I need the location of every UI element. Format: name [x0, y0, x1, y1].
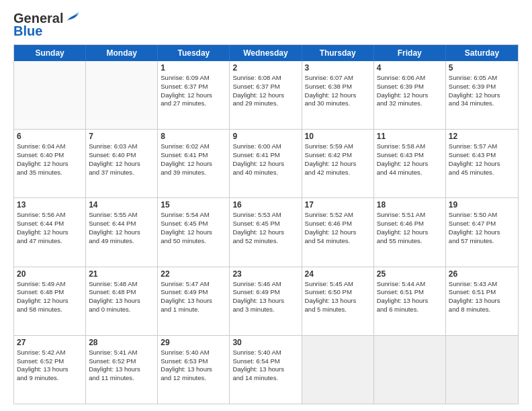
day-number: 8 [161, 132, 226, 141]
cell-info-line: Sunrise: 5:58 AM [377, 142, 443, 151]
cell-info-line: Daylight: 12 hours [232, 228, 298, 237]
day-number: 6 [17, 132, 83, 141]
calendar-cell-empty [86, 61, 158, 129]
cell-info-line: and 9 minutes. [17, 374, 83, 383]
calendar-cell-3: 3Sunrise: 6:07 AMSunset: 6:38 PMDaylight… [302, 61, 374, 129]
cell-info-line: and 44 minutes. [377, 169, 443, 177]
calendar-row-3: 13Sunrise: 5:56 AMSunset: 6:44 PMDayligh… [14, 197, 518, 266]
cell-info-line: Sunset: 6:45 PM [161, 220, 226, 228]
day-number: 11 [377, 132, 443, 141]
cell-info-line: Sunrise: 5:55 AM [89, 211, 154, 220]
calendar-cell-19: 19Sunrise: 5:50 AMSunset: 6:47 PMDayligh… [446, 198, 518, 266]
cell-info-line: and 27 minutes. [161, 99, 226, 108]
day-number: 25 [377, 269, 443, 279]
cell-info-line: Daylight: 12 hours [305, 91, 371, 100]
cell-info-line: Sunrise: 5:44 AM [377, 280, 443, 289]
cell-info-line: Sunset: 6:39 PM [377, 83, 443, 91]
cell-info-line: Daylight: 13 hours [232, 297, 298, 306]
cell-info-line: Sunrise: 5:51 AM [377, 211, 443, 220]
calendar-cell-29: 29Sunrise: 5:40 AMSunset: 6:53 PMDayligh… [158, 336, 230, 404]
day-number: 28 [89, 338, 154, 347]
cell-info-line: Sunset: 6:44 PM [17, 220, 83, 228]
cell-info-line: and 42 minutes. [305, 169, 371, 177]
cell-info-line: Sunrise: 5:59 AM [305, 142, 371, 151]
calendar-cell-15: 15Sunrise: 5:54 AMSunset: 6:45 PMDayligh… [158, 198, 230, 266]
calendar-cell-23: 23Sunrise: 5:46 AMSunset: 6:49 PMDayligh… [230, 267, 302, 335]
cell-info-line: Sunrise: 6:04 AM [17, 142, 83, 151]
calendar-row-5: 27Sunrise: 5:42 AMSunset: 6:52 PMDayligh… [14, 335, 518, 404]
calendar-row-2: 6Sunrise: 6:04 AMSunset: 6:40 PMDaylight… [14, 129, 518, 197]
cell-info-line: Sunset: 6:38 PM [305, 83, 371, 91]
cell-info-line: Sunset: 6:48 PM [17, 288, 83, 297]
cell-info-line: and 54 minutes. [305, 237, 371, 246]
cell-info-line: Sunset: 6:52 PM [89, 357, 154, 366]
cell-info-line: Sunrise: 5:40 AM [232, 349, 298, 357]
day-number: 12 [449, 132, 515, 141]
day-number: 22 [161, 269, 226, 279]
logo-blue: Blue [13, 24, 42, 39]
cell-info-line: Sunrise: 6:09 AM [161, 74, 226, 83]
cell-info-line: Sunrise: 5:47 AM [161, 280, 226, 289]
calendar-cell-20: 20Sunrise: 5:49 AMSunset: 6:48 PMDayligh… [14, 267, 86, 335]
header: General Blue [13, 11, 519, 39]
calendar-cell-30: 30Sunrise: 5:40 AMSunset: 6:54 PMDayligh… [230, 336, 302, 404]
cell-info-line: Sunset: 6:41 PM [161, 151, 226, 160]
cell-info-line: and 0 minutes. [89, 306, 154, 314]
calendar-row-1: 1Sunrise: 6:09 AMSunset: 6:37 PMDaylight… [14, 61, 518, 129]
cell-info-line: and 5 minutes. [305, 306, 371, 314]
cell-info-line: Sunset: 6:50 PM [305, 288, 371, 297]
page: General Blue SundayMondayTuesdayWednesda… [0, 0, 532, 411]
cell-info-line: Daylight: 12 hours [305, 228, 371, 237]
cell-info-line: Sunrise: 6:03 AM [89, 142, 154, 151]
cell-info-line: Sunrise: 5:56 AM [17, 211, 83, 220]
cell-info-line: Daylight: 12 hours [17, 160, 83, 169]
day-number: 23 [232, 269, 298, 279]
cell-info-line: Sunset: 6:48 PM [89, 288, 154, 297]
calendar-cell-empty [374, 336, 446, 404]
cell-info-line: Sunrise: 5:40 AM [161, 349, 226, 357]
cell-info-line: Daylight: 13 hours [232, 365, 298, 374]
cell-info-line: Sunset: 6:43 PM [449, 151, 515, 160]
calendar-cell-27: 27Sunrise: 5:42 AMSunset: 6:52 PMDayligh… [14, 336, 86, 404]
weekday-header-tuesday: Tuesday [158, 45, 230, 61]
cell-info-line: Sunrise: 6:06 AM [377, 74, 443, 83]
weekday-header-saturday: Saturday [446, 45, 518, 61]
calendar: SundayMondayTuesdayWednesdayThursdayFrid… [13, 44, 519, 404]
cell-info-line: and 55 minutes. [377, 237, 443, 246]
calendar-cell-17: 17Sunrise: 5:52 AMSunset: 6:46 PMDayligh… [302, 198, 374, 266]
cell-info-line: Sunset: 6:47 PM [449, 220, 515, 228]
calendar-cell-2: 2Sunrise: 6:08 AMSunset: 6:37 PMDaylight… [230, 61, 302, 129]
cell-info-line: Daylight: 13 hours [377, 297, 443, 306]
day-number: 5 [449, 63, 515, 73]
cell-info-line: Sunrise: 5:43 AM [449, 280, 515, 289]
cell-info-line: Sunset: 6:43 PM [377, 151, 443, 160]
cell-info-line: Sunrise: 5:54 AM [161, 211, 226, 220]
cell-info-line: Daylight: 12 hours [232, 160, 298, 169]
calendar-header: SundayMondayTuesdayWednesdayThursdayFrid… [14, 45, 518, 61]
cell-info-line: and 47 minutes. [17, 237, 83, 246]
cell-info-line: Sunrise: 5:48 AM [89, 280, 154, 289]
cell-info-line: and 3 minutes. [232, 306, 298, 314]
cell-info-line: and 39 minutes. [161, 169, 226, 177]
calendar-cell-14: 14Sunrise: 5:55 AMSunset: 6:44 PMDayligh… [86, 198, 158, 266]
calendar-cell-10: 10Sunrise: 5:59 AMSunset: 6:42 PMDayligh… [302, 130, 374, 197]
cell-info-line: Daylight: 13 hours [161, 297, 226, 306]
calendar-cell-5: 5Sunrise: 6:05 AMSunset: 6:39 PMDaylight… [446, 61, 518, 129]
day-number: 26 [449, 269, 515, 279]
calendar-cell-18: 18Sunrise: 5:51 AMSunset: 6:46 PMDayligh… [374, 198, 446, 266]
cell-info-line: Sunset: 6:40 PM [89, 151, 154, 160]
calendar-cell-empty [302, 336, 374, 404]
day-number: 17 [305, 200, 371, 210]
cell-info-line: Daylight: 12 hours [17, 297, 83, 306]
cell-info-line: Daylight: 12 hours [161, 228, 226, 237]
day-number: 2 [232, 63, 298, 73]
cell-info-line: Sunset: 6:42 PM [305, 151, 371, 160]
cell-info-line: Sunset: 6:40 PM [17, 151, 83, 160]
cell-info-line: and 34 minutes. [449, 99, 515, 108]
cell-info-line: Sunrise: 5:52 AM [305, 211, 371, 220]
calendar-cell-empty [446, 336, 518, 404]
calendar-cell-6: 6Sunrise: 6:04 AMSunset: 6:40 PMDaylight… [14, 130, 86, 197]
cell-info-line: Daylight: 12 hours [449, 228, 515, 237]
cell-info-line: and 45 minutes. [449, 169, 515, 177]
cell-info-line: Sunset: 6:37 PM [161, 83, 226, 91]
